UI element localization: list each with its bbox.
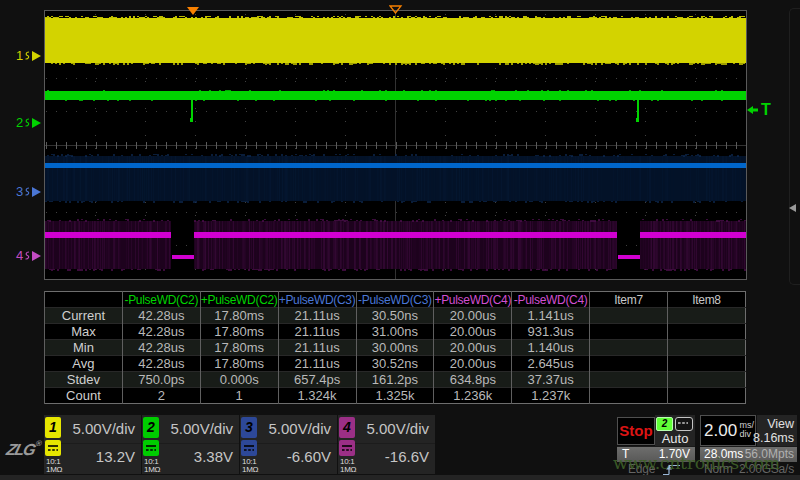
oscilloscope-screen: 1234 T -PulseWD(C2)+PulseWD(C2)+PulseWD(… [0, 0, 800, 480]
cell--PulseWD(C2)-Count: 2 [122, 388, 200, 404]
cell--PulseWD(C2)-Current: 42.28us [122, 308, 200, 324]
cell-+PulseWD(C2)-Min: 17.80ms [200, 340, 278, 356]
cell--PulseWD(C4)-Count: 1.237k [512, 388, 590, 404]
channel-3-offset: -6.60V [287, 448, 331, 465]
cell-+PulseWD(C4)-Max: 20.00us [434, 324, 512, 340]
cell-Item8-Current [668, 308, 746, 324]
channel-4-offset: -16.6V [385, 448, 429, 465]
channel-1-marker-number: 1 [16, 49, 23, 63]
channel-4-badge: 4 [339, 417, 355, 438]
channel-2-marker-number: 2 [16, 116, 23, 130]
cell-+PulseWD(C4)-Count: 1.236k [434, 388, 512, 404]
cell-Item7-Max [590, 324, 668, 340]
trigger-position-icon[interactable] [187, 7, 199, 15]
channel-3-probe-info: 10:11MΩ [242, 458, 258, 473]
cell-Item8-Count [668, 388, 746, 404]
watermark: www.cntronics.com [613, 453, 780, 473]
cell--PulseWD(C3)-Stdev: 161.2ps [356, 372, 434, 388]
row-label-Max: Max [45, 324, 123, 340]
column-header-Item7: Item7 [590, 292, 668, 308]
cell-Item7-Count [590, 388, 668, 404]
row-label-Avg: Avg [45, 356, 123, 372]
cell-Item8-Stdev [668, 372, 746, 388]
column-header-+PulseWD(C3): +PulseWD(C3) [278, 292, 356, 308]
channel-3-scale: 5.00V/div [268, 420, 331, 437]
cell-+PulseWD(C2)-Count: 1 [200, 388, 278, 404]
view-value: 8.16ms [753, 431, 794, 445]
cell-Item7-Min [590, 340, 668, 356]
cell-Item8-Min [668, 340, 746, 356]
cell-+PulseWD(C3)-Stdev: 657.4ps [278, 372, 356, 388]
cell-Item7-Stdev [590, 372, 668, 388]
column-header--PulseWD(C4): -PulseWD(C4) [512, 292, 590, 308]
cell-+PulseWD(C4)-Stdev: 634.8ps [434, 372, 512, 388]
channel-3-skew-icon [23, 186, 31, 198]
trigger-level-marker[interactable]: T [747, 101, 771, 119]
cell-Item8-Avg [668, 356, 746, 372]
channel-3-block[interactable]: 310:11MΩ5.00V/div-6.60V [240, 415, 337, 474]
trigger-left-arrow-icon [747, 105, 758, 115]
cell--PulseWD(C2)-Min: 42.28us [122, 340, 200, 356]
channel-3-coupling-icon [241, 440, 257, 456]
column-header-+PulseWD(C4): +PulseWD(C4) [434, 292, 512, 308]
row-label-Current: Current [45, 308, 123, 324]
channel-4-scale: 5.00V/div [366, 420, 429, 437]
delay-reference-icon [389, 5, 403, 14]
cell--PulseWD(C3)-Max: 31.00ns [356, 324, 434, 340]
trigger-mode-area[interactable]: 2 Auto [655, 415, 695, 446]
waveform-canvas [45, 11, 746, 279]
channel-1-scale: 5.00V/div [72, 420, 135, 437]
cell-+PulseWD(C4)-Min: 20.00us [434, 340, 512, 356]
channel-2-coupling-icon [143, 440, 159, 456]
column-header--PulseWD(C3): -PulseWD(C3) [356, 292, 434, 308]
timebase-scale-value: 2.00 [704, 421, 737, 441]
channel-1-marker-arrow [32, 51, 41, 61]
view-label: View [767, 417, 794, 431]
cell--PulseWD(C4)-Stdev: 37.37us [512, 372, 590, 388]
column-header-+PulseWD(C2): +PulseWD(C2) [200, 292, 278, 308]
channel-1-skew-icon [23, 50, 31, 62]
cell--PulseWD(C2)-Stdev: 750.0ps [122, 372, 200, 388]
row-label-Min: Min [45, 340, 123, 356]
cell--PulseWD(C2)-Avg: 42.28us [122, 356, 200, 372]
channel-4-marker-number: 4 [16, 249, 23, 263]
run-state-button[interactable]: Stop [617, 417, 655, 445]
cell-Item8-Max [668, 324, 746, 340]
cell--PulseWD(C4)-Min: 1.140us [512, 340, 590, 356]
cell-+PulseWD(C2)-Max: 17.80ms [200, 324, 278, 340]
channel-2-block[interactable]: 210:11MΩ5.00V/div3.38V [142, 415, 239, 474]
cell--PulseWD(C3)-Current: 30.50ns [356, 308, 434, 324]
cell--PulseWD(C3)-Min: 30.00ns [356, 340, 434, 356]
trigger-coupling-icon [675, 417, 693, 431]
cell--PulseWD(C4)-Max: 931.3us [512, 324, 590, 340]
waveform-plot[interactable] [44, 10, 747, 280]
trigger-source-badge: 2 [656, 417, 673, 431]
cell-+PulseWD(C4)-Avg: 20.00us [434, 356, 512, 372]
channel-3-badge: 3 [241, 417, 257, 438]
cell-+PulseWD(C2)-Avg: 17.80ms [200, 356, 278, 372]
channel-1-offset: 13.2V [96, 448, 135, 465]
cell--PulseWD(C4)-Current: 1.141us [512, 308, 590, 324]
channel-1-block[interactable]: 110:11MΩ5.00V/div13.2V [44, 415, 141, 474]
cell-+PulseWD(C3)-Min: 21.11us [278, 340, 356, 356]
cell-+PulseWD(C3)-Max: 21.11us [278, 324, 356, 340]
channel-2-probe-info: 10:11MΩ [144, 458, 160, 473]
row-label-Stdev: Stdev [45, 372, 123, 388]
channel-4-skew-icon [23, 250, 31, 262]
cell-+PulseWD(C4)-Current: 20.00us [434, 308, 512, 324]
cell-Item7-Avg [590, 356, 668, 372]
view-area: View 8.16ms [757, 415, 797, 446]
cell--PulseWD(C4)-Avg: 2.645us [512, 356, 590, 372]
channel-3-marker-number: 3 [16, 185, 23, 199]
channel-1-badge: 1 [45, 417, 61, 438]
channel-2-scale: 5.00V/div [170, 420, 233, 437]
channel-4-probe-info: 10:11MΩ [340, 458, 356, 473]
cell--PulseWD(C3)-Avg: 30.52ns [356, 356, 434, 372]
channel-2-badge: 2 [143, 417, 159, 438]
channel-4-block[interactable]: 410:11MΩ5.00V/div-16.6V [338, 415, 435, 474]
timebase-scale-box[interactable]: 2.00 ms/div [700, 415, 756, 446]
column-header--PulseWD(C2): -PulseWD(C2) [122, 292, 200, 308]
right-edge-arrow-icon[interactable] [789, 204, 796, 212]
channel-2-offset: 3.38V [194, 448, 233, 465]
measurement-table: -PulseWD(C2)+PulseWD(C2)+PulseWD(C3)-Pul… [44, 291, 746, 404]
